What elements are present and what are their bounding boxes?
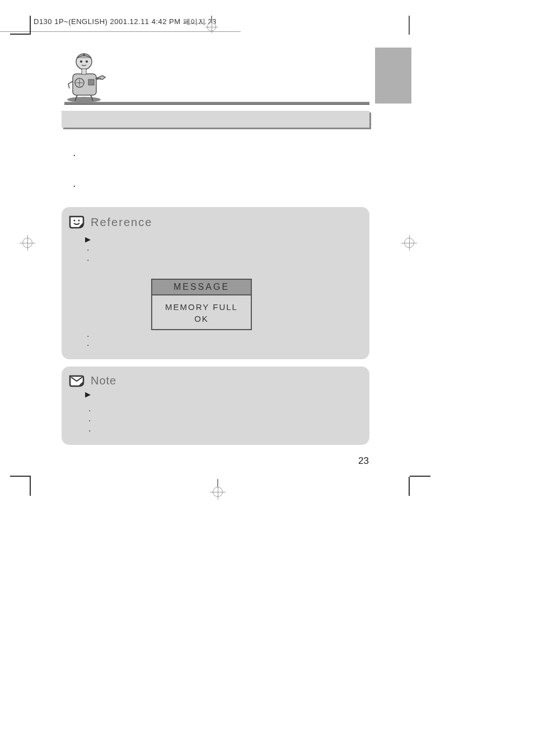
note-pointer-icon: ▶ [85, 390, 91, 398]
svg-point-6 [80, 60, 82, 63]
register-mark-right [404, 238, 414, 248]
reference-header: Reference [62, 207, 369, 229]
note-header: Note [62, 367, 369, 388]
reference-bullet-4: · [87, 340, 89, 350]
reference-title: Reference [91, 216, 152, 229]
register-mark-top [207, 22, 216, 31]
register-mark-bottom [213, 487, 223, 497]
crop-mark-tl-h [10, 34, 31, 35]
svg-point-5 [83, 54, 85, 56]
page-tab [375, 48, 411, 104]
smiley-note-icon [68, 215, 85, 229]
note-title: Note [91, 374, 116, 387]
reference-bullet-2: · [87, 255, 89, 265]
reference-panel: Reference ▶ · · MESSAGE MEMORY FULL OK ·… [62, 207, 369, 359]
section-title-bar [62, 111, 369, 128]
svg-point-7 [86, 60, 88, 63]
body-bullet-2: · [73, 179, 76, 192]
crop-mark-tr [409, 16, 410, 35]
svg-point-10 [78, 220, 80, 222]
envelope-note-icon [68, 373, 85, 388]
note-bullet-3: · [88, 426, 91, 436]
reference-pointer-icon: ▶ [85, 235, 91, 243]
crop-mark-br-v [409, 477, 410, 496]
section-rule [64, 102, 369, 105]
header-underline-partial [187, 24, 207, 24]
crop-mark-br-h [410, 476, 430, 477]
message-line-2: OK [152, 313, 251, 325]
page-header-text: D130 1P~(ENGLISH) 2001.12.11 4:42 PM 페이지… [34, 17, 217, 27]
note-bullet-1: · [88, 406, 91, 416]
svg-rect-8 [82, 69, 86, 74]
crop-mark-bl-v [30, 477, 31, 496]
message-dialog: MESSAGE MEMORY FULL OK [151, 279, 252, 330]
note-bullet-2: · [88, 416, 91, 426]
svg-point-9 [74, 220, 76, 222]
crop-mark-bl-h [10, 476, 31, 477]
crop-mark-tl-v [30, 16, 31, 35]
mascot-illustration [60, 50, 111, 104]
message-line-1: MEMORY FULL [152, 301, 251, 313]
reference-bullet-1: · [87, 245, 89, 255]
header-underline [0, 31, 241, 32]
svg-rect-2 [88, 79, 94, 85]
message-dialog-header: MESSAGE [152, 280, 251, 295]
page-number: 23 [358, 456, 369, 467]
register-mark-left [22, 238, 32, 248]
message-dialog-body: MEMORY FULL OK [152, 295, 251, 329]
body-bullet-1: · [73, 148, 76, 161]
note-panel: Note ▶ · · · [62, 367, 369, 445]
